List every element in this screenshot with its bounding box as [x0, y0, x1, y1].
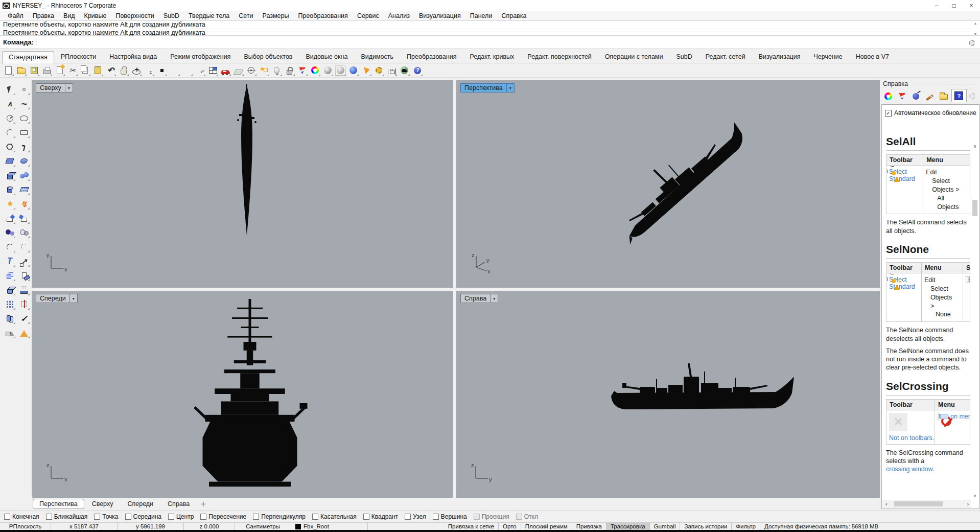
- sidebar-tool-button[interactable]: [17, 83, 31, 96]
- osnap-toggle[interactable]: Откл: [516, 513, 538, 520]
- menu-item[interactable]: Визуализация: [414, 12, 465, 19]
- toolbar-button[interactable]: [130, 64, 143, 77]
- sidebar-tool-button[interactable]: [3, 97, 16, 110]
- sidebar-tool-button[interactable]: [3, 111, 16, 125]
- cplane-button[interactable]: РПлоскость: [0, 523, 51, 530]
- osnap-toggle[interactable]: Проекция: [474, 513, 509, 520]
- viewport-tab[interactable]: Сверху: [85, 499, 120, 509]
- toolbar-button[interactable]: [155, 64, 168, 77]
- toolbar-button[interactable]: [91, 64, 104, 77]
- toolbar-button[interactable]: [258, 64, 270, 77]
- scroll-left-icon[interactable]: ‹: [885, 501, 887, 507]
- toolbar-button[interactable]: [181, 64, 194, 77]
- sidebar-tool-button[interactable]: [17, 240, 31, 253]
- toolbar-button[interactable]: [309, 64, 321, 77]
- crossing-window-link[interactable]: crossing window: [886, 466, 932, 473]
- status-toggle[interactable]: Плоский режим: [521, 523, 572, 530]
- sidebar-tool-button[interactable]: [3, 326, 16, 339]
- sidebar-tool-button[interactable]: [3, 83, 16, 96]
- panel-tab[interactable]: [881, 90, 895, 102]
- scroll-down-icon[interactable]: ▾: [972, 32, 979, 36]
- viewport-menu-arrow-icon[interactable]: ▼: [491, 294, 498, 303]
- checkbox[interactable]: [363, 514, 369, 520]
- menu-item[interactable]: Сервис: [353, 12, 384, 19]
- menu-item[interactable]: Правка: [28, 12, 59, 19]
- toolbar-tab[interactable]: Выбор объектов: [237, 51, 299, 63]
- checkbox[interactable]: [46, 514, 52, 520]
- panel-tab[interactable]: [909, 90, 923, 102]
- toolbar-button[interactable]: [321, 64, 334, 77]
- menu-item[interactable]: Размеры: [258, 12, 294, 19]
- sidebar-tool-button[interactable]: [3, 169, 16, 182]
- toolbar-tab[interactable]: SubD: [669, 51, 698, 63]
- sidebar-tool-button[interactable]: [17, 197, 31, 211]
- checkbox[interactable]: [405, 514, 411, 520]
- menu-item[interactable]: SubD: [159, 12, 184, 19]
- sidebar-tool-button[interactable]: [3, 140, 16, 153]
- maximize-button[interactable]: □: [945, 0, 963, 11]
- toolbar-button[interactable]: [15, 64, 28, 77]
- checkbox[interactable]: [433, 514, 439, 520]
- scrollbar-thumb[interactable]: [894, 501, 943, 506]
- sidebar-tool-button[interactable]: [17, 97, 31, 110]
- toolbar-button[interactable]: [270, 64, 283, 77]
- menu-item[interactable]: Панели: [465, 12, 497, 19]
- toolbar-tab[interactable]: Черчение: [807, 51, 849, 63]
- sidebar-tool-button[interactable]: [17, 169, 31, 182]
- osnap-toggle[interactable]: Пересечение: [200, 513, 246, 520]
- sidebar-tool-button[interactable]: [17, 183, 31, 196]
- sidebar-tool-button[interactable]: [17, 283, 31, 296]
- scroll-down-icon[interactable]: ∨: [973, 493, 977, 498]
- status-toggle[interactable]: Gumball: [650, 523, 681, 530]
- menu-item[interactable]: Поверхности: [111, 12, 158, 19]
- close-button[interactable]: ×: [963, 0, 980, 11]
- command-prompt[interactable]: Команда:: [0, 36, 980, 49]
- toolbar-button[interactable]: [104, 64, 117, 77]
- menu-item[interactable]: Анализ: [384, 12, 414, 19]
- layer-button[interactable]: Fbx_Root: [291, 523, 368, 530]
- panel-tab[interactable]: [923, 90, 937, 102]
- checkbox[interactable]: [4, 514, 10, 520]
- toolbar-tab[interactable]: Редакт. сетей: [699, 51, 752, 63]
- menu-item[interactable]: Сети: [234, 12, 258, 19]
- viewport-perspective[interactable]: Перспектива ▼ z: [456, 80, 880, 288]
- status-toggle[interactable]: Фильтр: [732, 523, 760, 530]
- sidebar-tool-button[interactable]: [3, 255, 16, 268]
- help-horizontal-scrollbar[interactable]: ‹ ›: [882, 500, 971, 508]
- toolbar-tab[interactable]: Операции с телами: [598, 51, 670, 63]
- sidebar-tool-button[interactable]: [3, 226, 16, 239]
- panel-tab-help[interactable]: ?: [951, 89, 967, 102]
- scroll-up-icon[interactable]: ▴: [972, 21, 979, 26]
- toolbar-button[interactable]: [219, 64, 232, 77]
- osnap-toggle[interactable]: Узел: [405, 513, 426, 520]
- scroll-up-icon[interactable]: ∧: [973, 144, 977, 149]
- viewport-menu-arrow-icon[interactable]: ▼: [507, 83, 515, 92]
- scroll-right-icon[interactable]: ›: [967, 501, 969, 507]
- toolbar-button[interactable]: [28, 64, 40, 77]
- sidebar-tool-button[interactable]: [3, 126, 16, 139]
- add-viewport-icon[interactable]: ✛: [197, 500, 209, 508]
- sidebar-tool-button[interactable]: [17, 226, 31, 239]
- sidebar-tool-button[interactable]: [17, 297, 31, 311]
- sidebar-tool-button[interactable]: [17, 326, 31, 339]
- status-toggle[interactable]: Привязка: [572, 523, 606, 530]
- sidebar-tool-button[interactable]: [17, 269, 31, 282]
- osnap-toggle[interactable]: Точка: [94, 513, 118, 520]
- osnap-toggle[interactable]: Квадрант: [363, 513, 398, 520]
- toolbar-tab[interactable]: Редакт. кривых: [463, 51, 521, 63]
- osnap-toggle[interactable]: Вершина: [433, 513, 467, 520]
- status-toggle[interactable]: Привязка к сетке: [444, 523, 499, 530]
- toolbar-button[interactable]: [79, 64, 91, 77]
- toolbar-tab[interactable]: РПлоскости: [54, 51, 103, 63]
- sidebar-tool-button[interactable]: [3, 297, 16, 311]
- auto-update-row[interactable]: ✓ Автоматическое обновление: [882, 105, 979, 118]
- toolbar-button[interactable]: [117, 64, 130, 77]
- viewport-tab[interactable]: Перспектива: [33, 499, 84, 509]
- toolbar-button[interactable]: [245, 64, 258, 77]
- toolbar-button[interactable]: [2, 64, 15, 77]
- viewport-front-label[interactable]: Спереди ▼: [36, 294, 78, 303]
- toolbar-tab[interactable]: Визуализация: [752, 51, 807, 63]
- toolbar-button[interactable]: [206, 64, 219, 77]
- sidebar-tool-button[interactable]: [3, 269, 16, 282]
- toolbar-options-gear-icon[interactable]: [969, 40, 975, 46]
